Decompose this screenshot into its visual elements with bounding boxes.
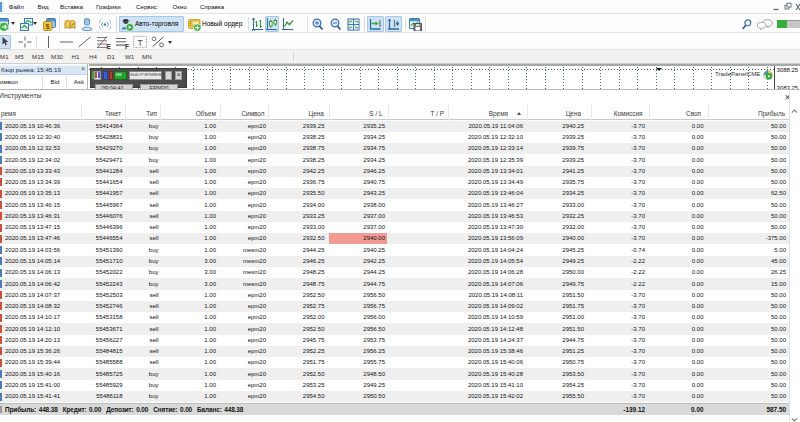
svg-text:T: T (137, 38, 142, 48)
svg-text:F: F (125, 43, 129, 50)
svg-text:E: E (107, 43, 112, 50)
